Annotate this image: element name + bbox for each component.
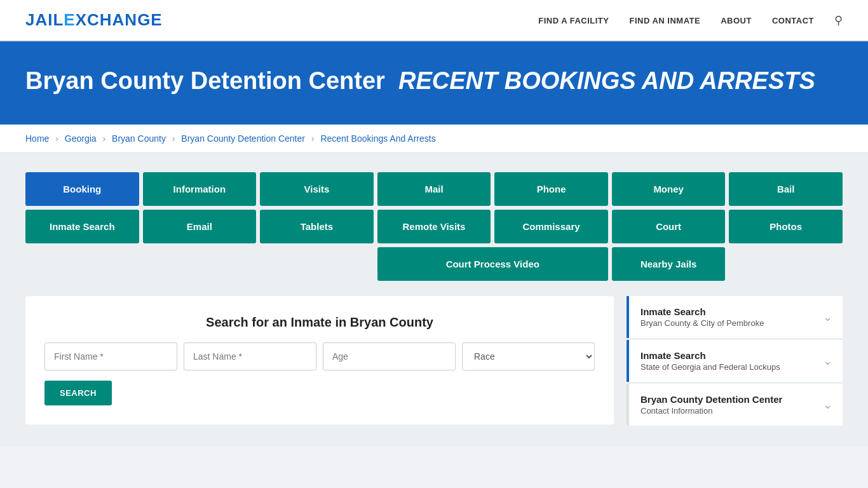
tab-visits[interactable]: Visits — [260, 172, 374, 206]
tab-row-3: Court Process Video Nearby Jails — [25, 247, 843, 281]
breadcrumb-bryan-county[interactable]: Bryan County — [112, 133, 166, 144]
tab-row-2: Inmate Search Email Tablets Remote Visit… — [25, 210, 843, 243]
breadcrumb-home[interactable]: Home — [25, 133, 49, 144]
breadcrumb-recent-bookings[interactable]: Recent Bookings And Arrests — [320, 133, 435, 144]
tab-phone[interactable]: Phone — [494, 172, 608, 206]
sidebar-item-1-title: Inmate Search — [641, 306, 764, 317]
breadcrumb: Home › Georgia › Bryan County › Bryan Co… — [0, 125, 868, 153]
nav-find-facility[interactable]: FIND A FACILITY — [538, 16, 609, 25]
site-logo[interactable]: JAILEXCHANGE — [25, 10, 163, 30]
chevron-down-icon: ⌄ — [823, 310, 832, 324]
sidebar-item-2-title: Inmate Search — [641, 350, 780, 361]
nav-contact[interactable]: CONTACT — [772, 16, 814, 25]
content-columns: Search for an Inmate in Bryan County Rac… — [25, 296, 843, 428]
tab-money[interactable]: Money — [612, 172, 726, 206]
tab-commissary[interactable]: Commissary — [494, 210, 608, 243]
first-name-input[interactable] — [44, 342, 177, 370]
sidebar-item-3-sub: Contact Information — [641, 406, 782, 416]
tab-information[interactable]: Information — [143, 172, 257, 206]
search-fields: RaceWhiteBlackHispanicAsianOther — [44, 342, 595, 370]
breadcrumb-georgia[interactable]: Georgia — [65, 133, 97, 144]
hero-banner: Bryan County Detention Center RECENT BOO… — [0, 41, 868, 125]
nav-find-inmate[interactable]: FIND AN INMATE — [629, 16, 700, 25]
sidebar-item-2[interactable]: Inmate Search State of Georgia and Feder… — [627, 340, 843, 382]
inmate-search-box: Search for an Inmate in Bryan County Rac… — [25, 296, 614, 424]
page-title: Bryan County Detention Center RECENT BOO… — [25, 67, 843, 96]
tab-remote-visits[interactable]: Remote Visits — [377, 210, 491, 243]
tab-tablets[interactable]: Tablets — [260, 210, 374, 243]
race-select[interactable]: RaceWhiteBlackHispanicAsianOther — [462, 342, 595, 370]
sidebar-item-2-sub: State of Georgia and Federal Lockups — [641, 362, 780, 372]
breadcrumb-sep-2: › — [103, 133, 106, 144]
tab-photos[interactable]: Photos — [729, 210, 843, 243]
breadcrumb-sep-3: › — [172, 133, 175, 144]
main-area: Booking Information Visits Mail Phone Mo… — [0, 153, 868, 447]
breadcrumb-sep-1: › — [55, 133, 58, 144]
logo-text-exchange: E — [64, 10, 75, 29]
nav-links: FIND A FACILITY FIND AN INMATE ABOUT CON… — [538, 13, 843, 27]
search-button[interactable]: SEARCH — [44, 381, 112, 405]
sidebar-item-3[interactable]: Bryan County Detention Center Contact In… — [627, 384, 843, 426]
tab-bail[interactable]: Bail — [729, 172, 843, 206]
search-icon[interactable]: ⚲ — [834, 14, 843, 27]
sidebar: Inmate Search Bryan County & City of Pem… — [627, 296, 843, 428]
last-name-input[interactable] — [184, 342, 316, 370]
nav-about[interactable]: ABOUT — [721, 16, 752, 25]
breadcrumb-detention-center[interactable]: Bryan County Detention Center — [181, 133, 305, 144]
sidebar-item-1-sub: Bryan County & City of Pembroke — [641, 318, 764, 328]
page-title-sub: RECENT BOOKINGS AND ARRESTS — [398, 67, 815, 94]
sidebar-item-1[interactable]: Inmate Search Bryan County & City of Pem… — [627, 296, 843, 338]
tab-inmate-search[interactable]: Inmate Search — [25, 210, 139, 243]
sidebar-item-3-title: Bryan County Detention Center — [641, 394, 782, 405]
tab-booking[interactable]: Booking — [25, 172, 139, 206]
search-title: Search for an Inmate in Bryan County — [44, 315, 595, 330]
tab-court[interactable]: Court — [612, 210, 726, 243]
chevron-down-icon-3: ⌄ — [823, 398, 832, 412]
chevron-down-icon-2: ⌄ — [823, 354, 832, 368]
tab-court-process-video[interactable]: Court Process Video — [377, 247, 608, 281]
navbar: JAILEXCHANGE FIND A FACILITY FIND AN INM… — [0, 0, 868, 41]
logo-text-xchange: XCHANGE — [76, 10, 163, 29]
tab-mail[interactable]: Mail — [377, 172, 491, 206]
page-title-main: Bryan County Detention Center — [25, 67, 385, 94]
tab-row-1: Booking Information Visits Mail Phone Mo… — [25, 172, 843, 206]
age-input[interactable] — [323, 342, 456, 370]
tab-email[interactable]: Email — [143, 210, 257, 243]
breadcrumb-sep-4: › — [311, 133, 315, 144]
logo-text-jail: JAIL — [25, 10, 64, 29]
tab-nearby-jails[interactable]: Nearby Jails — [612, 247, 726, 281]
